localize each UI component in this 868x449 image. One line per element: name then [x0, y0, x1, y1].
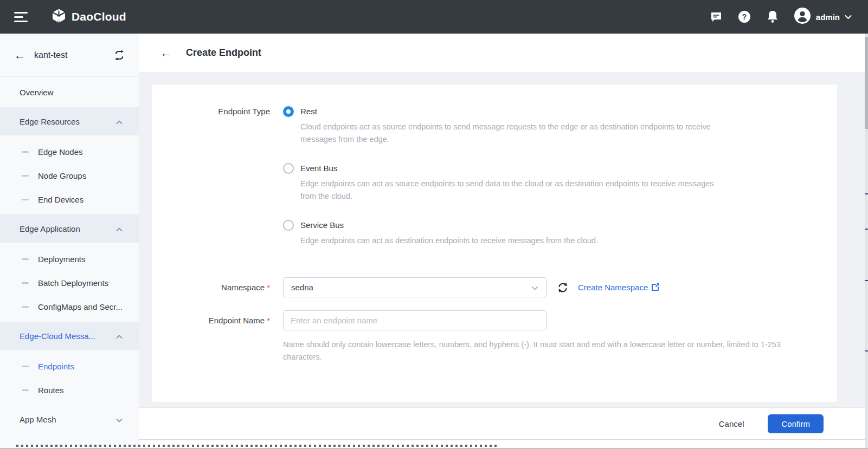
- brand-name: DaoCloud: [72, 10, 126, 23]
- vertical-scrollbar[interactable]: [865, 34, 868, 449]
- endpoint-name-row: Endpoint Name* Name should only contain …: [152, 310, 837, 363]
- chevron-down-icon: [116, 415, 123, 424]
- workspace-title: kant-test: [34, 50, 105, 60]
- endpoint-name-input[interactable]: [283, 310, 546, 330]
- svg-text:?: ?: [742, 12, 747, 21]
- endpoint-type-option-rest: Rest Cloud endpoints act as source endpo…: [283, 105, 719, 146]
- sidebar-section-edge-resources[interactable]: Edge Resources: [0, 107, 139, 135]
- main-content: ← Create Endpoint Endpoint Type Rest Clo…: [139, 34, 868, 449]
- external-link-icon: [652, 283, 660, 292]
- chat-icon[interactable]: [710, 10, 723, 23]
- sidebar-nav: Overview Edge Resources Edge Nodes Node …: [0, 77, 139, 449]
- chevron-down-icon: [845, 12, 852, 22]
- endpoint-type-option-service-bus: Service Bus Edge endpoints can act as de…: [283, 219, 719, 247]
- clipped-text-artifact: [16, 445, 499, 447]
- chevron-up-icon: [116, 117, 123, 126]
- sidebar-header: ← kant-test: [0, 34, 139, 77]
- namespace-select[interactable]: sedna: [283, 277, 546, 297]
- radio-rest[interactable]: [283, 106, 294, 117]
- create-endpoint-form: Endpoint Type Rest Cloud endpoints act a…: [152, 84, 837, 402]
- dash-icon: [22, 151, 29, 153]
- page-header: ← Create Endpoint: [139, 34, 868, 72]
- dash-icon: [22, 306, 29, 308]
- chevron-up-icon: [116, 224, 123, 233]
- namespace-value: sedna: [291, 283, 313, 292]
- required-marker: *: [267, 283, 270, 292]
- sidebar-item-overview[interactable]: Overview: [0, 77, 139, 107]
- menu-icon[interactable]: [14, 12, 28, 22]
- dash-icon: [22, 175, 29, 177]
- endpoint-type-row: Endpoint Type Rest Cloud endpoints act a…: [152, 105, 837, 263]
- chevron-up-icon: [116, 331, 123, 341]
- brand[interactable]: DaoCloud: [52, 9, 126, 25]
- required-marker: *: [267, 316, 270, 325]
- bell-icon[interactable]: [766, 10, 779, 24]
- endpoint-type-option-event-bus: Event Bus Edge endpoints can act as sour…: [283, 162, 719, 203]
- scrollbar-thumb[interactable]: [865, 37, 868, 129]
- sidebar-item-end-devices[interactable]: End Devices: [0, 187, 139, 211]
- create-namespace-link[interactable]: Create Namespace: [578, 283, 660, 292]
- option-description: Cloud endpoints act as source endpoints …: [300, 121, 719, 146]
- user-menu[interactable]: admin: [794, 7, 852, 27]
- namespace-row: Namespace* sedna Create Namespace: [152, 277, 837, 297]
- sidebar-item-configmaps-secrets[interactable]: ConfigMaps and Secr...: [0, 295, 139, 318]
- namespace-label: Namespace*: [152, 277, 270, 297]
- user-name: admin: [816, 12, 840, 22]
- refresh-namespaces-icon[interactable]: [557, 282, 569, 294]
- dash-icon: [22, 389, 29, 391]
- chevron-down-icon: [531, 283, 538, 292]
- cancel-button[interactable]: Cancel: [719, 419, 744, 428]
- radio-service-bus[interactable]: [283, 220, 294, 231]
- dash-icon: [22, 366, 29, 367]
- option-description: Edge endpoints can act as destination en…: [300, 235, 598, 247]
- option-label[interactable]: Rest: [300, 105, 719, 118]
- top-bar: DaoCloud ? admin: [0, 0, 868, 34]
- option-description: Edge endpoints can act as source endpoin…: [300, 178, 719, 203]
- sidebar: ← kant-test Overview Edge Resources Edge…: [0, 34, 139, 449]
- sidebar-section-edge-cloud-message[interactable]: Edge-Cloud Messa...: [0, 322, 139, 350]
- sidebar-item-batch-deployments[interactable]: Batch Deployments: [0, 271, 139, 295]
- sidebar-item-deployments[interactable]: Deployments: [0, 247, 139, 271]
- page-back-icon[interactable]: ←: [160, 47, 172, 58]
- sidebar-item-node-groups[interactable]: Node Groups: [0, 164, 139, 187]
- sidebar-item-endpoints[interactable]: Endpoints: [0, 354, 139, 378]
- radio-event-bus[interactable]: [283, 163, 294, 174]
- sidebar-section-edge-application[interactable]: Edge Application: [0, 214, 139, 243]
- endpoint-name-helper-text: Name should only contain lowercase lette…: [283, 339, 799, 363]
- back-icon[interactable]: ←: [14, 49, 25, 61]
- sidebar-section-app-mesh[interactable]: App Mesh: [0, 405, 139, 433]
- sidebar-item-routes[interactable]: Routes: [0, 378, 139, 402]
- daocloud-logo-icon: [52, 9, 66, 25]
- dash-icon: [22, 282, 29, 284]
- confirm-button[interactable]: Confirm: [768, 414, 824, 433]
- help-icon[interactable]: ?: [737, 10, 751, 24]
- page-title: Create Endpoint: [186, 47, 261, 58]
- avatar-icon: [794, 7, 811, 27]
- option-label[interactable]: Event Bus: [300, 162, 719, 175]
- action-bar: Cancel Confirm: [139, 407, 868, 440]
- option-label[interactable]: Service Bus: [300, 219, 598, 232]
- endpoint-type-label: Endpoint Type: [152, 105, 270, 263]
- dash-icon: [22, 199, 29, 200]
- sidebar-item-edge-nodes[interactable]: Edge Nodes: [0, 140, 139, 164]
- dash-icon: [22, 258, 29, 260]
- endpoint-name-label: Endpoint Name*: [152, 310, 270, 363]
- switch-workspace-icon[interactable]: [114, 50, 125, 60]
